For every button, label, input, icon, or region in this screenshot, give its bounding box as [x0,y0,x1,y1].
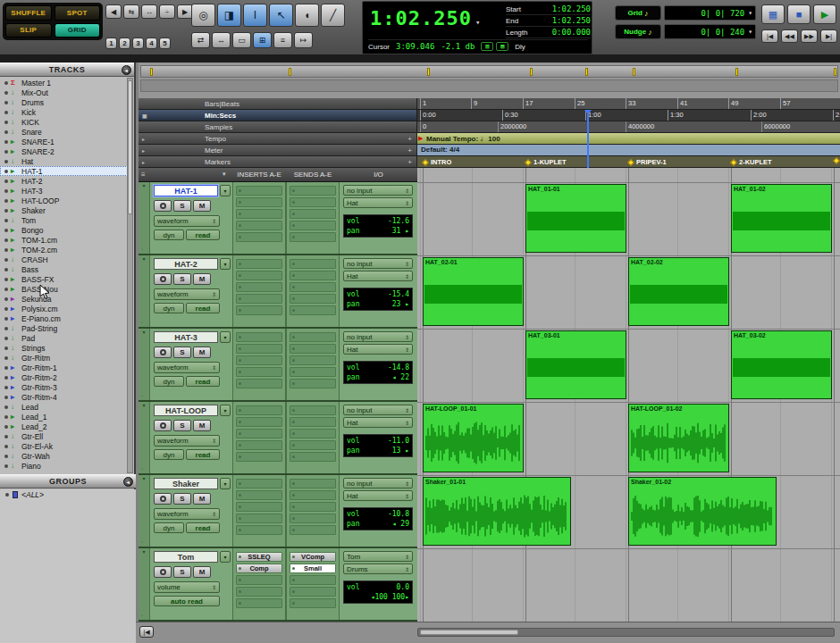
track-list-item[interactable]: ↓ Tom [0,215,128,225]
send-empty-slot[interactable] [290,209,336,219]
add-tempo-icon[interactable]: + [407,135,412,143]
track-show-dot[interactable] [4,209,8,213]
track-list-item[interactable]: ↓ Drums [0,97,128,107]
marker[interactable] [834,158,840,163]
send-empty-slot[interactable] [290,587,336,597]
track-view-selector[interactable]: waveform⇕ [154,508,220,520]
track-show-dot[interactable] [4,170,8,173]
insert-empty-slot[interactable] [236,305,282,315]
track-resize-rail[interactable]: ▾◦ [139,548,150,620]
playlist-selector-button[interactable]: ▾ [220,405,231,416]
horizontal-scrollbar-thumb[interactable] [420,630,518,635]
track-show-dot[interactable] [4,160,8,163]
track-show-dot[interactable] [4,248,8,252]
track-resize-rail[interactable]: ▾◦ [139,255,150,327]
marker[interactable]: INTRO [423,158,451,166]
marker-diamond-icon[interactable] [627,158,634,165]
insert-empty-slot[interactable] [236,332,282,342]
main-counter[interactable]: 1:02.250 ▾ [370,7,504,29]
volume-pan-display[interactable]: vol0.0 ◂100 100▸ [343,580,413,604]
insert-empty-slot[interactable] [236,294,282,304]
track-show-dot[interactable] [4,445,8,448]
pre-roll-icon[interactable]: ▥ [481,42,493,51]
track-list-item[interactable]: ▸ Gtr-Ritm-3 [0,382,128,392]
edit-selection-icon[interactable]: ↦ [294,32,313,48]
go-to-end-button[interactable]: ▶| [820,29,837,43]
track-list-item[interactable]: ↓ Lead [0,402,128,412]
track-list-item[interactable]: ▸ HAT-2 [0,176,128,186]
insertion-follows-playback-icon[interactable]: ▭ [232,32,251,48]
output-selector[interactable]: Hat⇕ [343,344,413,355]
insert-empty-slot[interactable] [236,271,282,280]
input-selector[interactable]: no input⇕ [343,405,413,415]
zoom-preset-3-button[interactable]: 3 [132,38,144,49]
send-empty-slot[interactable] [290,305,336,315]
track-view-selector[interactable]: waveform⇕ [154,362,220,373]
meter-icon[interactable]: ▤ [496,42,508,51]
insert-empty-slot[interactable] [236,232,282,242]
ruler-markers[interactable]: ▸Markers+ INTRO 1-KUPLET PRIPEV-1 2-KUPL… [139,156,840,168]
mode-slip-button[interactable]: SLIP [5,23,52,38]
send-empty-slot[interactable] [290,440,336,450]
track-list-item[interactable]: Σ Master 1 [0,78,128,88]
send-empty-slot[interactable] [290,417,336,427]
send-empty-slot[interactable] [290,479,336,489]
add-meter-icon[interactable]: + [407,146,412,154]
mute-button[interactable]: M [193,273,211,285]
track-list-item[interactable]: ↓ Gtr-Ritm [0,353,128,363]
track-list-item[interactable]: ▸ HAT-LOOP [0,196,128,205]
pencil-tool[interactable]: ╱ [321,4,345,27]
expand-icon[interactable]: ▸ [142,136,145,142]
meter-value[interactable]: Default: 4/4 [421,146,459,154]
groups-collapse-icon[interactable]: ◂ [123,477,133,487]
track-name-box[interactable]: HAT-1 [154,185,218,196]
tracks-collapse-icon[interactable]: ◂ [122,65,131,75]
record-enable-button[interactable] [154,566,172,578]
insert-empty-slot[interactable] [236,514,282,523]
voice-selector-icon[interactable]: ◦ [141,246,143,252]
track-view-selector[interactable]: waveform⇕ [154,215,220,227]
insert-empty-slot[interactable] [236,405,282,415]
track-show-dot[interactable] [4,268,8,271]
input-selector[interactable]: no input⇕ [343,258,413,269]
playlist-selector-button[interactable]: ▾ [220,185,231,196]
track-show-dot[interactable] [4,229,8,232]
track-list-item[interactable]: ▸ HAT-3 [0,186,128,196]
start-value[interactable]: 1:02.250 [552,4,591,13]
audio-clip[interactable]: HAT_01-01 [525,184,626,253]
send-empty-slot[interactable] [290,197,336,207]
track-name-box[interactable]: HAT-LOOP [154,405,218,416]
mode-grid-button[interactable]: GRID [55,23,101,38]
insert-empty-slot[interactable] [236,479,282,489]
audio-clip[interactable]: HAT-LOOP_01-01 [423,404,524,472]
track-list-item[interactable]: ↓ Piano [0,461,128,471]
solo-button[interactable]: S [173,200,191,212]
track-list-item[interactable]: ↓ Gtr-El-Ak [0,441,128,451]
tempo-value[interactable]: Manual Tempo: ♩100 [426,134,500,143]
send-empty-slot[interactable] [290,452,336,462]
ruler-samples[interactable]: Samples 0200000040000006000000 [139,121,840,133]
edit-canvas[interactable]: HAT_01-01 HAT_01-02 HAT_02-01 HAT_02-02 … [417,168,840,625]
output-selector[interactable]: Hat⇕ [343,417,413,428]
mode-shuffle-button[interactable]: SHUFFLE [5,5,52,21]
zoom-preset-4-button[interactable]: 4 [146,38,157,49]
marker-diamond-icon[interactable] [525,158,532,165]
send-empty-slot[interactable] [290,502,336,512]
playlist-selector-button[interactable]: ▾ [220,331,231,343]
zoom-waveform-down-icon[interactable]: ⇆ [123,4,139,19]
group-list-item[interactable]: <ALL> [0,489,136,500]
track-list-item[interactable]: ▸ SNARE-1 [0,137,128,146]
track-list-item[interactable]: ▸ BASS Nou [0,284,128,294]
automation-mode-button[interactable]: read [186,303,220,313]
input-selector[interactable]: no input⇕ [343,478,413,489]
expand-icon[interactable]: ▸ [142,147,145,154]
track-list-item[interactable]: ↓ Hat [0,156,128,166]
automation-mode-button[interactable]: read [186,376,220,387]
ruler-bars[interactable]: Bars|Beats 19172533414957 [139,98,840,110]
track-resize-rail[interactable]: ▾◦ [139,182,150,254]
record-enable-button[interactable] [154,493,172,505]
track-show-dot[interactable] [4,327,8,330]
overview-band-lower[interactable] [140,79,838,92]
send-empty-slot[interactable] [290,332,336,342]
marker-diamond-icon[interactable] [833,157,840,164]
